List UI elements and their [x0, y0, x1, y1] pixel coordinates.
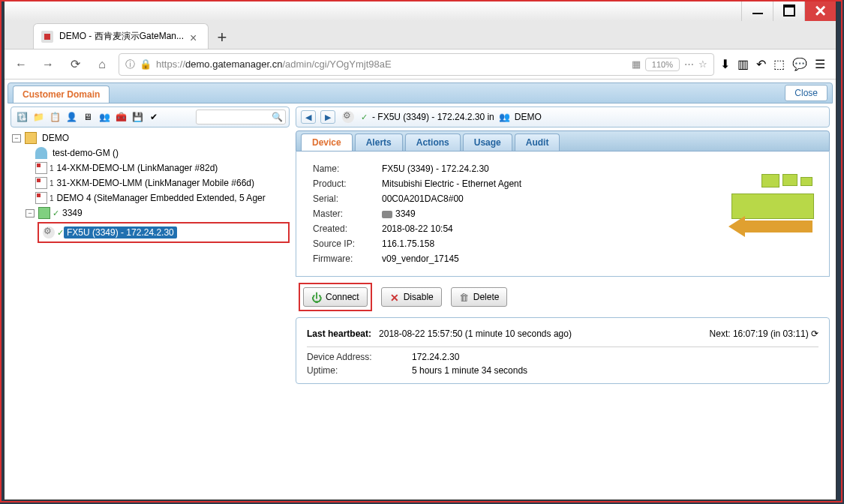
heartbeat-box: Last heartbeat: 2018-08-22 15:57:50 (1 m…	[296, 317, 830, 384]
forward-button[interactable]: →	[38, 54, 59, 75]
undo-icon[interactable]: ↶	[756, 57, 766, 71]
tree-node[interactable]: − ✓ 3349	[11, 206, 290, 220]
prev-button[interactable]: ◀	[301, 110, 316, 124]
power-icon: ⏻	[311, 292, 322, 302]
disable-button[interactable]: ✕ Disable	[381, 287, 442, 307]
tab-alerts[interactable]: Alerts	[355, 134, 403, 151]
master-icon	[382, 211, 392, 218]
download-icon[interactable]: ⬇	[720, 57, 730, 71]
tool-icon-5[interactable]: 🧰	[113, 110, 128, 124]
info-icon: ⓘ	[125, 58, 135, 71]
refresh-icon[interactable]: ⟳	[811, 328, 818, 339]
tool-icon-4[interactable]: 👥	[97, 110, 112, 124]
back-button[interactable]: ←	[11, 54, 32, 75]
window-maximize-button[interactable]	[773, 0, 804, 21]
search-icon[interactable]: 🔍	[272, 112, 283, 122]
app-header: Customer Domain Close	[8, 82, 833, 104]
browser-tab-bar: DEMO - 西肯麦演示GateMan... +	[5, 21, 836, 50]
new-tab-button[interactable]: +	[209, 26, 236, 49]
tree-toolbar: 🔃 📁 📋 👤 🖥 👥 🧰 💾 ✔ 🔍	[11, 106, 290, 128]
tree-toggle[interactable]: −	[26, 209, 35, 218]
tab-close-icon[interactable]	[190, 32, 200, 42]
address-bar[interactable]: ⓘ 🔒 https://demo.gatemanager.cn/admin/cg…	[119, 53, 714, 76]
created-label: Created:	[308, 222, 376, 236]
menu-icon[interactable]: ☰	[815, 57, 825, 71]
lock-icon: 🔒	[140, 58, 152, 70]
device-info-box: Name:FX5U (3349) - 172.24.2.30 Product:M…	[296, 152, 830, 277]
tree-node[interactable]: test-demo-GM ()	[11, 146, 290, 160]
page-menu-icon[interactable]: ⋯	[684, 58, 694, 70]
tool-icon-1[interactable]: 📁	[31, 110, 46, 124]
connect-button[interactable]: ⏻ Connect	[303, 287, 368, 307]
tool-icon-3[interactable]: 🖥	[80, 110, 95, 124]
tree-node[interactable]: 1 DEMO 4 (SiteManager Embedded Extended,…	[11, 190, 290, 206]
detail-tabs: Device Alerts Actions Usage Audit	[296, 130, 830, 152]
qr-icon[interactable]: ▦	[632, 58, 641, 70]
chat-icon[interactable]: 💬	[792, 57, 807, 71]
sourceip-label: Source IP:	[308, 237, 376, 250]
tool-icon-7[interactable]: ✔	[146, 110, 161, 124]
heartbeat-next: Next: 16:07:19 (in 03:11)	[710, 328, 809, 339]
tree-node[interactable]: 1 31-XKM-DEMO-LMM (LinkManager Mobile #6…	[11, 176, 290, 190]
panel-close-button[interactable]: Close	[785, 85, 827, 101]
product-label: Product:	[308, 177, 376, 190]
tab-device[interactable]: Device	[301, 134, 353, 151]
trash-icon: 🗑	[459, 292, 470, 302]
tool-icon-6[interactable]: 💾	[130, 110, 145, 124]
zoom-badge[interactable]: 110%	[645, 58, 680, 71]
window-close-button[interactable]	[804, 0, 836, 21]
tree-node[interactable]: 1 14-XKM-DEMO-LM (LinkManager #82d)	[11, 160, 290, 176]
tab-title: DEMO - 西肯麦演示GateMan...	[59, 30, 184, 43]
heartbeat-value: 2018-08-22 15:57:50 (1 minute 10 seconds…	[379, 328, 572, 339]
heartbeat-label: Last heartbeat:	[307, 328, 371, 339]
device-address-label: Device Address:	[307, 352, 412, 362]
domain-icon: 👥	[499, 112, 510, 122]
next-button[interactable]: ▶	[320, 110, 335, 124]
serial-value: 00C0A201DAC8#00	[377, 192, 526, 206]
firmware-value: v09_vendor_17145	[377, 252, 526, 266]
reload-button[interactable]: ⟳	[65, 54, 86, 75]
firmware-label: Firmware:	[308, 252, 376, 266]
folder-icon	[25, 132, 37, 144]
sitemanager-icon	[38, 207, 50, 219]
detail-breadcrumb: ◀ ▶ ✓ - FX5U (3349) - 172.24.2.30 in 👥 D…	[296, 106, 830, 128]
crop-icon[interactable]: ⬚	[773, 57, 785, 71]
bookmark-icon[interactable]: ☆	[698, 58, 707, 70]
user-icon	[35, 147, 47, 159]
window-minimize-button[interactable]	[741, 0, 773, 21]
sitemanager-icon	[35, 192, 47, 204]
user-icon[interactable]: 👤	[64, 110, 79, 124]
tree-node-selected[interactable]: ✓ FX5U (3349) - 172.24.2.30	[41, 225, 287, 240]
tool-icon-2[interactable]: 📋	[47, 110, 62, 124]
linkmanager-icon	[35, 162, 47, 174]
tree-toggle[interactable]: −	[12, 134, 21, 142]
library-icon[interactable]: ▥	[737, 57, 749, 71]
gear-icon	[43, 226, 55, 238]
delete-button[interactable]: 🗑 Delete	[451, 287, 508, 307]
tab-usage[interactable]: Usage	[463, 134, 512, 151]
customer-domain-tab[interactable]: Customer Domain	[13, 86, 110, 103]
created-value: 2018-08-22 10:54	[377, 222, 526, 236]
home-button[interactable]: ⌂	[92, 54, 113, 75]
domain-tree: − DEMO test-demo-GM () 1 14-XKM-DEMO-LM …	[11, 128, 290, 246]
uptime-label: Uptime:	[307, 365, 412, 376]
browser-tab[interactable]: DEMO - 西肯麦演示GateMan...	[33, 23, 209, 49]
master-value: 3349	[395, 208, 416, 219]
action-buttons-row: ⏻ Connect ✕ Disable 🗑 Delete	[296, 277, 830, 317]
breadcrumb-device: - FX5U (3349) - 172.24.2.30 in	[372, 112, 494, 122]
tree-node-root[interactable]: − DEMO	[11, 130, 290, 146]
window-titlebar	[5, 0, 836, 21]
selected-node-highlight: ✓ FX5U (3349) - 172.24.2.30	[38, 222, 290, 243]
device-graphic	[731, 174, 814, 234]
tab-actions[interactable]: Actions	[405, 134, 461, 151]
device-address-value: 172.24.2.30	[412, 352, 459, 362]
refresh-icon[interactable]: 🔃	[14, 110, 29, 124]
x-icon: ✕	[389, 292, 400, 302]
tab-audit[interactable]: Audit	[515, 134, 560, 151]
tab-favicon	[41, 31, 53, 43]
product-value: Mitsubishi Electric - Ethernet Agent	[377, 177, 526, 190]
url-text: https://demo.gatemanager.cn/admin/cgi/YO…	[156, 58, 392, 70]
name-value: FX5U (3349) - 172.24.2.30	[377, 162, 526, 176]
connect-highlight: ⏻ Connect	[299, 283, 372, 311]
serial-label: Serial:	[308, 192, 376, 206]
